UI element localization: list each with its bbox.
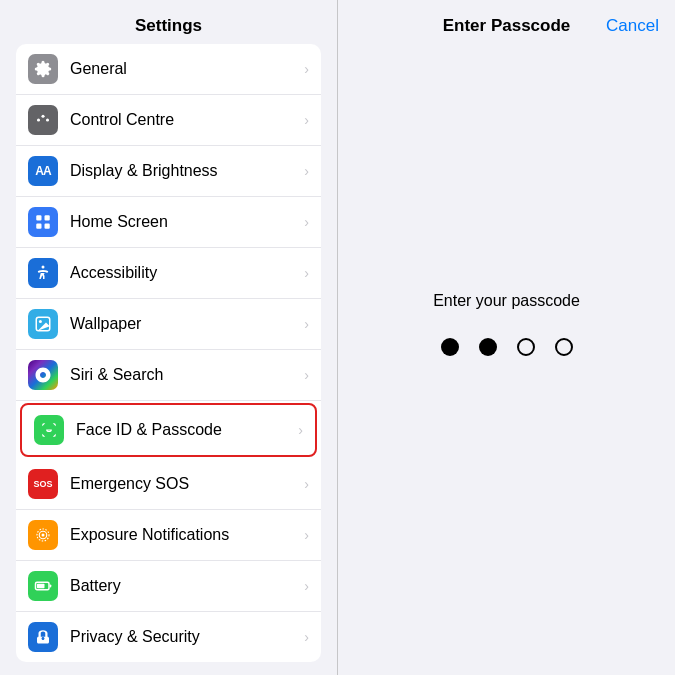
chevron-icon: › (304, 476, 309, 492)
svg-point-12 (39, 320, 42, 323)
settings-list: General › Control Centre › AA (0, 44, 337, 675)
sidebar-item-display-brightness[interactable]: AA Display & Brightness › (16, 146, 321, 197)
battery-icon (28, 571, 58, 601)
passcode-dot-2 (479, 338, 497, 356)
home-screen-icon (28, 207, 58, 237)
svg-rect-17 (37, 584, 45, 589)
exposure-icon (28, 520, 58, 550)
chevron-icon: › (304, 527, 309, 543)
svg-rect-4 (42, 116, 45, 117)
passcode-body: Enter your passcode (338, 52, 675, 675)
passcode-header: Enter Passcode Cancel (338, 0, 675, 52)
chevron-icon: › (304, 112, 309, 128)
gear-icon (28, 54, 58, 84)
sidebar-item-emergency-sos[interactable]: SOS Emergency SOS › (16, 459, 321, 510)
chevron-icon: › (304, 163, 309, 179)
accessibility-icon (28, 258, 58, 288)
passcode-dot-4 (555, 338, 573, 356)
control-centre-icon (28, 105, 58, 135)
privacy-security-icon (28, 622, 58, 652)
emergency-sos-icon: SOS (28, 469, 58, 499)
siri-search-label: Siri & Search (70, 366, 304, 384)
emergency-sos-label: Emergency SOS (70, 475, 304, 493)
privacy-security-label: Privacy & Security (70, 628, 304, 646)
passcode-panel: Enter Passcode Cancel Enter your passcod… (338, 0, 675, 675)
wallpaper-icon (28, 309, 58, 339)
passcode-title: Enter Passcode (443, 16, 571, 36)
chevron-icon: › (304, 214, 309, 230)
display-brightness-label: Display & Brightness (70, 162, 304, 180)
cancel-button[interactable]: Cancel (606, 16, 659, 36)
svg-rect-9 (45, 224, 50, 229)
svg-rect-6 (36, 215, 41, 220)
chevron-icon: › (304, 316, 309, 332)
sidebar-item-privacy-security[interactable]: Privacy & Security › (16, 612, 321, 662)
wallpaper-label: Wallpaper (70, 315, 304, 333)
chevron-icon: › (304, 61, 309, 77)
sidebar-item-accessibility[interactable]: Accessibility › (16, 248, 321, 299)
battery-label: Battery (70, 577, 304, 595)
display-brightness-icon: AA (28, 156, 58, 186)
face-id-icon (34, 415, 64, 445)
svg-rect-5 (46, 120, 49, 121)
chevron-icon: › (304, 578, 309, 594)
passcode-dot-1 (441, 338, 459, 356)
chevron-icon: › (304, 629, 309, 645)
chevron-icon: › (298, 422, 303, 438)
chevron-icon: › (304, 367, 309, 383)
svg-point-13 (42, 534, 45, 537)
sidebar-item-exposure[interactable]: Exposure Notifications › (16, 510, 321, 561)
svg-rect-7 (45, 215, 50, 220)
sidebar-item-general[interactable]: General › (16, 44, 321, 95)
control-centre-label: Control Centre (70, 111, 304, 129)
settings-section-1: General › Control Centre › AA (16, 44, 321, 662)
sidebar-item-face-id[interactable]: Face ID & Passcode › (20, 403, 317, 457)
settings-title: Settings (0, 0, 337, 44)
sidebar-item-control-centre[interactable]: Control Centre › (16, 95, 321, 146)
chevron-icon: › (304, 265, 309, 281)
settings-panel: Settings General › (0, 0, 337, 675)
siri-icon (28, 360, 58, 390)
sidebar-item-wallpaper[interactable]: Wallpaper › (16, 299, 321, 350)
general-label: General (70, 60, 304, 78)
sidebar-item-home-screen[interactable]: Home Screen › (16, 197, 321, 248)
svg-rect-3 (37, 120, 40, 121)
passcode-dot-3 (517, 338, 535, 356)
face-id-label: Face ID & Passcode (76, 421, 298, 439)
sidebar-item-battery[interactable]: Battery › (16, 561, 321, 612)
passcode-prompt: Enter your passcode (433, 292, 580, 310)
accessibility-label: Accessibility (70, 264, 304, 282)
svg-point-10 (42, 266, 45, 269)
sidebar-item-siri-search[interactable]: Siri & Search › (16, 350, 321, 401)
svg-rect-8 (36, 224, 41, 229)
passcode-dots (441, 338, 573, 356)
exposure-label: Exposure Notifications (70, 526, 304, 544)
home-screen-label: Home Screen (70, 213, 304, 231)
